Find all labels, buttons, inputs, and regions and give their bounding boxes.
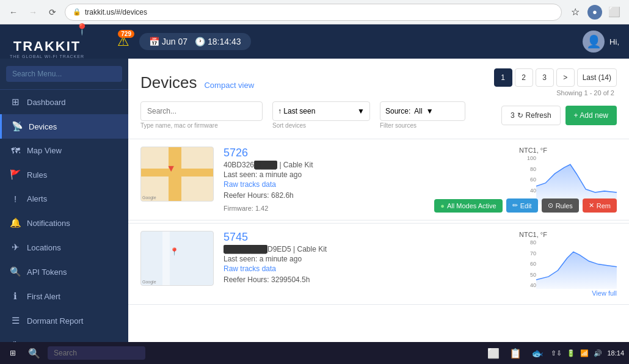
search-input[interactable] — [140, 101, 263, 121]
sidebar-item-label: Dashboard — [27, 98, 66, 107]
page-3-button[interactable]: 3 — [536, 68, 554, 87]
datetime-pill: 📅 Jun 07 🕐 18:14:43 — [139, 33, 251, 50]
chart-y-labels: 80 70 60 50 40 — [519, 239, 536, 288]
user-greeting: Hi, — [609, 37, 619, 46]
edit-icon: ✏ — [512, 202, 518, 209]
sidebar-item-label: Rules — [27, 170, 47, 180]
remove-button[interactable]: ✕ Rem — [583, 198, 617, 213]
logo-area: 📍 TRAKKIT THE GLOBAL WI-FI TRACKER — [10, 25, 107, 59]
volume-icon: 🔊 — [594, 349, 602, 357]
device-last-seen: Last seen: a minute ago — [224, 255, 509, 263]
browser-actions: ☆ ● ⬜ — [567, 4, 623, 21]
refresh-count: 3 — [511, 111, 515, 120]
add-new-label: + Add new — [574, 111, 608, 120]
page-2-button[interactable]: 2 — [515, 68, 533, 87]
page-1-button[interactable]: 1 — [494, 68, 512, 87]
devices-list: ▼ Google 5726 40BD326████ | Cable Kit La… — [128, 134, 629, 342]
content-area: Devices Compact view 1 2 3 > Last (14) S… — [128, 59, 629, 342]
page-last-button[interactable]: Last (14) — [577, 68, 617, 87]
url-bar[interactable]: 🔒 trakkit.us/#/devices — [65, 4, 562, 21]
url-text: trakkit.us/#/devices — [85, 8, 147, 16]
device-name[interactable]: 5726 — [224, 147, 509, 159]
refresh-button[interactable]: 3 ↻ Refresh — [501, 106, 561, 125]
back-button[interactable]: ← — [6, 5, 21, 20]
profile-icon[interactable]: ● — [587, 5, 602, 20]
raw-tracks-link[interactable]: Raw tracks data — [224, 264, 509, 273]
filter-value: All — [414, 107, 422, 115]
sidebar-item-map-view[interactable]: 🗺 Map View — [0, 139, 128, 162]
sort-label: ↑ Last seen — [278, 107, 315, 115]
taskbar-app-3[interactable]: 🐟 — [529, 344, 546, 362]
lock-icon: 🔒 — [73, 8, 81, 16]
compact-view-link[interactable]: Compact view — [204, 81, 254, 90]
reload-button[interactable]: ⟳ — [45, 5, 60, 20]
app-header: 📍 TRAKKIT THE GLOBAL WI-FI TRACKER ⚠ 729… — [0, 24, 629, 59]
sidebar-item-label: Locations — [27, 243, 61, 252]
page-title-area: Devices Compact view — [140, 73, 254, 92]
sort-select[interactable]: ↑ Last seen ▼ — [272, 101, 370, 121]
chart-container: 100 80 60 40 20 — [519, 155, 617, 204]
taskbar-app-2[interactable]: 📋 — [507, 344, 524, 362]
sidebar-search-input[interactable] — [6, 66, 122, 82]
sidebar-item-label: Dormant Report — [27, 316, 83, 326]
sidebar-item-notifications[interactable]: 🔔 Notifications — [0, 211, 128, 235]
sidebar-item-wifi-map[interactable]: 🗺 WiFi Map — [0, 333, 128, 342]
extension-icon[interactable]: ⬜ — [606, 4, 623, 21]
sidebar-item-dormant-report[interactable]: ☰ Dormant Report — [0, 308, 128, 333]
refresh-label: Refresh — [526, 111, 551, 120]
alert-count-badge: 729 — [118, 30, 134, 38]
device-name[interactable]: 5745 — [224, 231, 509, 244]
chart-title: NTC1, °F — [519, 231, 617, 238]
user-area: 👤 Hi, — [583, 31, 619, 53]
clock-icon: 🕐 — [195, 37, 205, 46]
start-button[interactable]: ⊞ — [5, 346, 21, 360]
date-display: 📅 Jun 07 — [149, 37, 187, 46]
mac-redacted: ████ — [254, 161, 277, 169]
sidebar: ⊞ Dashboard 📡 Devices 🗺 Map View 🚩 Rules… — [0, 59, 128, 342]
logo-text: TRAKKIT — [13, 38, 81, 54]
sidebar-item-label: API Tokens — [27, 268, 67, 277]
rules-button[interactable]: ⊙ Rules — [542, 198, 579, 213]
map-label: Google — [142, 280, 156, 284]
alert-bell[interactable]: ⚠ 729 — [117, 34, 129, 49]
device-map-thumbnail: 📍 Google — [140, 231, 214, 286]
clock-display: 18:14 — [607, 349, 624, 357]
taskbar-arrows-icon: ⇧⇩ — [551, 349, 562, 357]
filter-label: Source: — [385, 107, 410, 115]
browser-bar: ← → ⟳ 🔒 trakkit.us/#/devices ☆ ● ⬜ — [0, 0, 629, 24]
taskbar-app-1[interactable]: ⬜ — [485, 344, 502, 362]
sidebar-item-alerts[interactable]: ! Alerts — [0, 187, 128, 211]
filter-select[interactable]: Source: All ▼ — [380, 101, 465, 121]
map-label: Google — [142, 195, 156, 200]
sidebar-item-rules[interactable]: 🚩 Rules — [0, 162, 128, 187]
forward-button[interactable]: → — [26, 5, 40, 20]
device-meta: ████████D9ED5 | Cable Kit — [224, 245, 509, 253]
pagination: 1 2 3 > Last (14) — [494, 68, 617, 87]
user-avatar[interactable]: 👤 — [583, 31, 605, 53]
alerts-icon: ! — [10, 194, 21, 204]
view-full-link[interactable]: View full — [519, 289, 617, 297]
sidebar-item-locations[interactable]: ✈ Locations — [0, 235, 128, 260]
page-header: Devices Compact view 1 2 3 > Last (14) S… — [128, 59, 629, 96]
device-actions: ● All Modes Active ✏ Edit ⊙ Rules ✕ Rem — [434, 198, 617, 213]
edit-button[interactable]: ✏ Edit — [506, 198, 538, 213]
sidebar-item-first-alert[interactable]: ℹ First Alert — [0, 284, 128, 308]
showing-text: Showing 1 - 20 of 2 — [556, 89, 617, 96]
sidebar-item-dashboard[interactable]: ⊞ Dashboard — [0, 90, 128, 114]
page-next-button[interactable]: > — [556, 68, 575, 87]
sidebar-item-devices[interactable]: 📡 Devices — [0, 114, 128, 139]
taskbar-search-input[interactable] — [48, 346, 145, 360]
all-modes-button[interactable]: ● All Modes Active — [434, 199, 502, 213]
notifications-icon: 🔔 — [10, 217, 21, 228]
sidebar-item-api-tokens[interactable]: 🔍 API Tokens — [0, 260, 128, 284]
filter-hint: Filter sources — [380, 122, 465, 129]
action-bar: Type name, mac or firmware ↑ Last seen ▼… — [128, 96, 629, 134]
raw-tracks-link[interactable]: Raw tracks data — [224, 180, 509, 189]
add-new-button[interactable]: + Add new — [565, 106, 617, 125]
page-title: Devices — [140, 73, 197, 92]
device-card: 📍 Google 5745 ████████D9ED5 | Cable Kit … — [128, 223, 629, 305]
map-icon: 🗺 — [10, 145, 21, 156]
star-icon[interactable]: ☆ — [567, 4, 584, 21]
chart-y-labels: 100 80 60 40 20 — [519, 155, 536, 204]
taskbar-search-icon[interactable]: 🔍 — [26, 344, 43, 362]
